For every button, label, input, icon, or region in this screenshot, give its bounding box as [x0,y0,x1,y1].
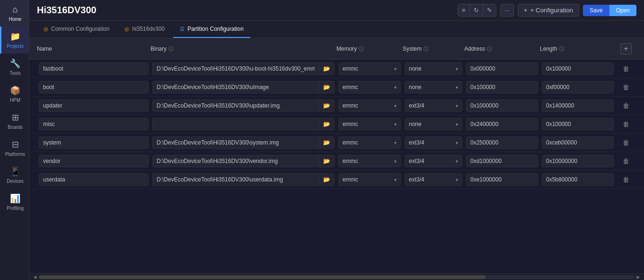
length-input-6[interactable] [542,173,614,186]
memory-select-1[interactable]: emmcnandnor [343,84,392,90]
system-select-wrap-6[interactable]: noneext3/4fatntfsubifs ▾ [405,173,462,186]
length-input-2[interactable] [542,99,614,112]
scroll-left-arrow[interactable]: ◀ [31,274,39,280]
delete-button-2[interactable]: 🗑 [619,100,633,111]
name-input-1[interactable] [39,81,149,93]
address-input-2[interactable] [466,99,538,112]
add-row-button[interactable]: + [620,43,632,54]
length-input-5[interactable] [542,155,614,167]
binary-input-3[interactable] [153,118,319,130]
binary-input-1[interactable] [153,81,319,93]
system-select-5[interactable]: noneext3/4fatntfsubifs [409,158,454,164]
name-input-4[interactable] [39,136,149,149]
binary-input-0[interactable] [153,63,319,74]
browse-button-4[interactable]: 📂 [319,137,334,148]
system-select-4[interactable]: noneext3/4fatntfsubifs [409,139,454,146]
system-select-2[interactable]: noneext3/4fatntfsubifs [409,102,454,109]
delete-button-1[interactable]: 🗑 [619,81,633,93]
edit-button[interactable]: ✎ [483,4,496,16]
memory-select-wrap-1[interactable]: emmcnandnor ▾ [338,81,401,93]
sidebar-item-hpm[interactable]: 📦 HPM [0,81,29,108]
sidebar-item-home[interactable]: ⌂ Home [0,0,29,27]
open-button[interactable]: Open [609,5,636,16]
system-select-wrap-0[interactable]: noneext3/4fatntfsubifs ▾ [405,63,462,75]
browse-button-2[interactable]: 📂 [319,100,334,111]
cell-memory-5: emmcnandnor ▾ [336,155,403,167]
tab-partition[interactable]: ☰ Partition Configuration [173,21,250,38]
length-input-3[interactable] [542,118,614,130]
binary-input-6[interactable] [153,174,319,185]
sidebar-label-profiling: Profiling [7,206,24,211]
sidebar-item-boards[interactable]: ⊞ Boards [0,108,29,135]
address-input-0[interactable] [466,63,538,75]
system-select-6[interactable]: noneext3/4fatntfsubifs [409,176,454,183]
refresh-button[interactable]: ↻ [470,4,483,16]
scroll-track[interactable] [39,275,635,279]
binary-input-5[interactable] [153,155,319,167]
sidebar-label-platforms: Platforms [5,152,25,157]
system-select-wrap-5[interactable]: noneext3/4fatntfsubifs ▾ [405,155,462,167]
memory-select-4[interactable]: emmcnandnor [343,139,392,146]
sidebar-item-tools[interactable]: 🔧 Tools [0,54,29,81]
tabs-bar: ◎ Common Configuration ◎ hi3516dv300 ☰ P… [29,21,644,38]
length-input-4[interactable] [542,136,614,149]
system-chevron-3: ▾ [456,122,458,127]
tab-common[interactable]: ◎ Common Configuration [37,21,116,38]
memory-select-wrap-6[interactable]: emmcnandnor ▾ [338,173,401,186]
memory-select-2[interactable]: emmcnandnor [343,102,392,109]
sidebar-item-devices[interactable]: 📱 Devices [0,162,29,189]
delete-button-3[interactable]: 🗑 [619,118,633,130]
memory-select-3[interactable]: emmcnandnor [343,121,392,127]
system-select-wrap-1[interactable]: noneext3/4fatntfsubifs ▾ [405,81,462,93]
cell-name-3 [37,118,150,130]
system-info-icon: ⓘ [423,45,429,53]
tab-hi3516[interactable]: ◎ hi3516dv300 [118,21,171,38]
address-input-3[interactable] [466,118,538,130]
sidebar-item-projects[interactable]: 📁 Projects [0,27,29,54]
delete-button-5[interactable]: 🗑 [619,155,633,167]
memory-select-5[interactable]: emmcnandnor [343,158,392,164]
browse-button-0[interactable]: 📂 [319,63,334,74]
system-select-1[interactable]: noneext3/4fatntfsubifs [409,84,454,90]
memory-select-wrap-0[interactable]: emmcnandnor ▾ [338,63,401,75]
browse-button-5[interactable]: 📂 [319,155,334,167]
memory-select-wrap-2[interactable]: emmcnandnor ▾ [338,99,401,112]
system-select-wrap-2[interactable]: noneext3/4fatntfsubifs ▾ [405,99,462,112]
browse-button-3[interactable]: 📂 [319,118,334,130]
browse-button-1[interactable]: 📂 [319,81,334,93]
system-select-wrap-3[interactable]: noneext3/4fatntfsubifs ▾ [405,118,462,130]
address-input-4[interactable] [466,136,538,149]
name-input-3[interactable] [39,118,149,130]
binary-input-2[interactable] [153,100,319,111]
name-input-5[interactable] [39,155,149,167]
address-input-5[interactable] [466,155,538,167]
configuration-button[interactable]: + + Configuration [518,4,580,17]
delete-button-6[interactable]: 🗑 [619,174,633,185]
name-input-0[interactable] [39,63,149,75]
length-input-0[interactable] [542,63,614,75]
delete-button-4[interactable]: 🗑 [619,137,633,148]
name-input-6[interactable] [39,173,149,186]
col-binary: Binary ⓘ [150,43,336,54]
system-select-3[interactable]: noneext3/4fatntfsubifs [409,121,454,127]
memory-select-0[interactable]: emmcnandnor [343,65,392,72]
memory-select-6[interactable]: emmcnandnor [343,176,392,183]
sidebar-item-platforms[interactable]: ⊟ Platforms [0,135,29,162]
save-button[interactable]: Save [583,5,609,16]
binary-input-4[interactable] [153,137,319,148]
address-input-6[interactable] [466,173,538,186]
memory-select-wrap-4[interactable]: emmcnandnor ▾ [338,136,401,149]
length-input-1[interactable] [542,81,614,93]
address-input-1[interactable] [466,81,538,93]
browse-button-6[interactable]: 📂 [319,174,334,185]
system-select-wrap-4[interactable]: noneext3/4fatntfsubifs ▾ [405,136,462,149]
memory-select-wrap-5[interactable]: emmcnandnor ▾ [338,155,401,167]
system-select-0[interactable]: noneext3/4fatntfsubifs [409,65,454,72]
more-button[interactable]: ··· [500,4,514,17]
memory-select-wrap-3[interactable]: emmcnandnor ▾ [338,118,401,130]
list-view-button[interactable]: ≡ [458,4,470,16]
name-input-2[interactable] [39,99,149,112]
delete-button-0[interactable]: 🗑 [619,63,633,74]
scroll-right-arrow[interactable]: ▶ [635,274,642,280]
sidebar-item-profiling[interactable]: 📊 Profiling [0,189,29,216]
